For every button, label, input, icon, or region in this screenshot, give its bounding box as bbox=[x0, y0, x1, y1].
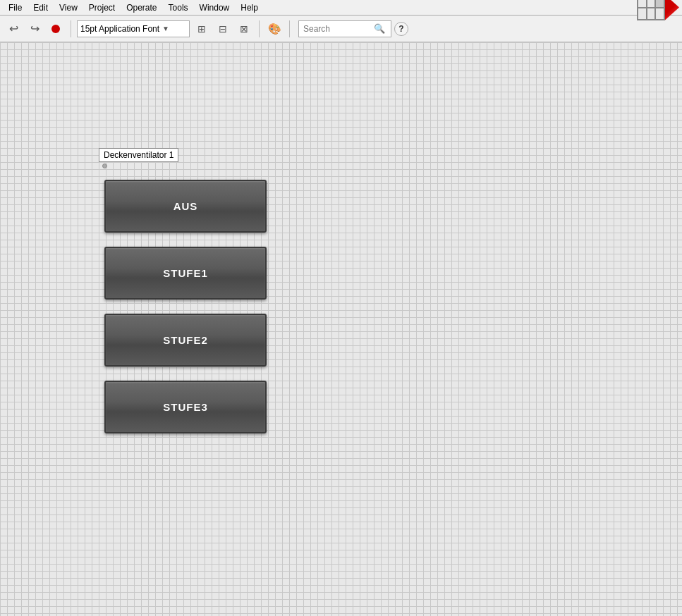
aus-button[interactable]: AUS bbox=[104, 180, 267, 233]
stufe1-button-label: STUFE1 bbox=[163, 267, 208, 279]
red-arrow-icon bbox=[665, 0, 679, 20]
menu-project[interactable]: Project bbox=[83, 1, 121, 14]
search-box: 🔍 bbox=[298, 20, 391, 37]
panel-cell-4 bbox=[638, 8, 647, 20]
color-btn[interactable]: 🎨 bbox=[265, 20, 284, 38]
panel-cell-6 bbox=[655, 8, 664, 20]
panel-cell-5 bbox=[647, 8, 656, 20]
device-label: Deckenventilator 1 bbox=[99, 148, 178, 162]
toolbar-sep-1 bbox=[71, 20, 71, 37]
device-label-text: Deckenventilator 1 bbox=[104, 150, 173, 160]
toolbar: ↩ ↪ 15pt Application Font ▼ ⊞ ⊟ ⊠ 🎨 🔍 ? bbox=[0, 16, 682, 42]
redo-icon: ↪ bbox=[30, 22, 39, 35]
layout-icon-1: ⊞ bbox=[197, 23, 206, 35]
menubar: File Edit View Project Operate Tools Win… bbox=[0, 0, 682, 16]
undo-button[interactable]: ↩ bbox=[4, 20, 23, 38]
menu-help[interactable]: Help bbox=[235, 1, 264, 14]
search-icon: 🔍 bbox=[374, 23, 385, 34]
font-dropdown[interactable]: 15pt Application Font ▼ bbox=[77, 20, 190, 37]
panel-cell-3 bbox=[655, 0, 664, 8]
color-icon: 🎨 bbox=[268, 23, 281, 35]
menu-operate[interactable]: Operate bbox=[121, 1, 162, 14]
menu-view[interactable]: View bbox=[54, 1, 83, 14]
stufe3-button-label: STUFE3 bbox=[163, 401, 208, 413]
stufe2-button[interactable]: STUFE2 bbox=[104, 314, 267, 366]
layout-icon-2: ⊟ bbox=[219, 23, 227, 35]
aus-button-label: AUS bbox=[173, 200, 198, 212]
toolbar-sep-3 bbox=[289, 20, 290, 37]
panel-cell-2 bbox=[647, 0, 656, 8]
redo-button[interactable]: ↪ bbox=[25, 20, 44, 38]
help-button[interactable]: ? bbox=[394, 22, 408, 36]
toolbar-sep-2 bbox=[259, 20, 260, 37]
font-dropdown-arrow-icon: ▼ bbox=[162, 25, 169, 32]
layout-btn-3[interactable]: ⊠ bbox=[235, 20, 253, 38]
layout-btn-2[interactable]: ⊟ bbox=[214, 20, 232, 38]
stop-button[interactable] bbox=[47, 20, 65, 38]
canvas: Deckenventilator 1 AUS STUFE1 STUFE2 STU… bbox=[0, 42, 682, 616]
search-input[interactable] bbox=[303, 24, 374, 34]
font-label: 15pt Application Font bbox=[80, 24, 159, 34]
undo-icon: ↩ bbox=[9, 22, 18, 35]
stufe1-button[interactable]: STUFE1 bbox=[104, 247, 267, 300]
menu-file[interactable]: File bbox=[3, 1, 28, 14]
help-label: ? bbox=[398, 24, 403, 34]
top-right-panel bbox=[637, 0, 679, 20]
stufe2-button-label: STUFE2 bbox=[163, 334, 208, 346]
layout-btn-1[interactable]: ⊞ bbox=[193, 20, 211, 38]
stop-icon bbox=[51, 25, 60, 33]
panel-grid-icon[interactable] bbox=[637, 0, 665, 20]
layout-icon-3: ⊠ bbox=[240, 23, 248, 35]
menu-tools[interactable]: Tools bbox=[163, 1, 194, 14]
anchor-dot bbox=[102, 164, 107, 168]
stufe3-button[interactable]: STUFE3 bbox=[104, 381, 267, 433]
menu-edit[interactable]: Edit bbox=[28, 1, 54, 14]
panel-cell-1 bbox=[638, 0, 647, 8]
menu-window[interactable]: Window bbox=[194, 1, 236, 14]
